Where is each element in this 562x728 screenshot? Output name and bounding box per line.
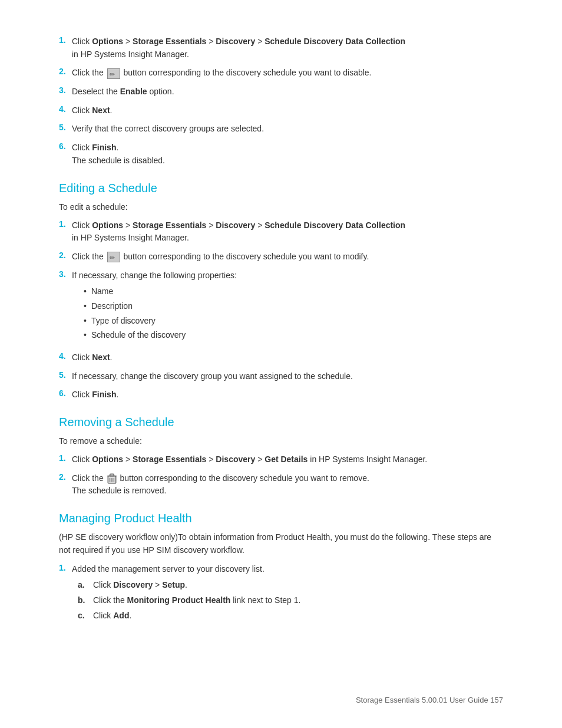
bold-text: Discovery	[216, 220, 255, 230]
bold-text: Storage Essentials	[133, 37, 206, 46]
list-item: 4. Click Next.	[59, 104, 503, 117]
list-content: Click Finish.	[72, 388, 503, 401]
list-number: 5.	[59, 123, 68, 136]
list-number: 1.	[59, 35, 68, 61]
trash-icon	[107, 473, 117, 484]
list-number: 6.	[59, 388, 68, 401]
footer-text: Storage Essentials 5.00.01 User Guide 15…	[356, 696, 503, 704]
bold-text: Finish	[92, 143, 116, 152]
list-item: 2. Click the button corresponding to the…	[59, 251, 503, 263]
alpha-label: a.	[78, 579, 90, 592]
list-content: Click the button corresponding to the di…	[72, 67, 503, 80]
sub-list-content: Click Discovery > Setup.	[93, 579, 187, 592]
edit-icon	[107, 252, 120, 262]
list-content: Click Next.	[72, 104, 503, 117]
properties-list: Name Description Type of discovery Sched…	[84, 285, 503, 342]
alpha-label: c.	[78, 610, 90, 622]
bold-text: Enable	[120, 87, 147, 96]
list-content: Click Finish. The schedule is disabled.	[72, 141, 503, 167]
list-item: 3. If necessary, change the following pr…	[59, 269, 503, 345]
list-content: Click Options > Storage Essentials > Dis…	[72, 35, 503, 61]
bold-text: Options	[92, 220, 123, 230]
bold-text: Monitoring Product Health	[127, 595, 231, 605]
bold-text: Next	[92, 353, 110, 362]
bold-text: Finish	[92, 390, 116, 399]
sub-list-content: Click the Monitoring Product Health link…	[93, 594, 300, 607]
list-content: If necessary, change the discovery group…	[72, 370, 503, 383]
managing-list: 1. Added the management server to your d…	[59, 563, 503, 626]
bullet-label: Name	[91, 285, 113, 298]
list-item: 6. Click Finish.	[59, 388, 503, 401]
bold-text: Setup	[162, 580, 185, 589]
list-content: Deselect the Enable option.	[72, 85, 503, 98]
list-content: Click Options > Storage Essentials > Dis…	[72, 219, 503, 245]
bold-text: Storage Essentials	[133, 454, 206, 464]
bold-text: Discovery	[113, 580, 153, 589]
bullet-item: Schedule of the discovery	[84, 329, 503, 342]
list-item: 2. Click the button corresponding to the…	[59, 472, 503, 498]
bold-text: Get Details	[265, 454, 308, 464]
bold-text: Storage Essentials	[133, 220, 206, 230]
edit-icon	[107, 68, 120, 79]
list-item: 1. Click Options > Storage Essentials > …	[59, 219, 503, 245]
bullet-item: Type of discovery	[84, 315, 503, 328]
list-number: 3.	[59, 85, 68, 98]
bold-text: Options	[92, 37, 123, 46]
sub-list-item: a. Click Discovery > Setup.	[78, 579, 503, 592]
list-number: 2.	[59, 67, 68, 80]
removing-list: 1. Click Options > Storage Essentials > …	[59, 453, 503, 498]
bold-text: Discovery	[216, 454, 255, 464]
bullet-label: Description	[91, 300, 133, 313]
list-number: 3.	[59, 269, 68, 345]
sub-alpha-list: a. Click Discovery > Setup. b. Click the…	[78, 579, 503, 622]
page-container: 1. Click Options > Storage Essentials > …	[0, 0, 562, 728]
removing-intro: To remove a schedule:	[59, 435, 503, 447]
list-item: 4. Click Next.	[59, 351, 503, 364]
managing-intro: (HP SE discovery workflow only)To obtain…	[59, 531, 503, 556]
list-number: 4.	[59, 351, 68, 364]
list-content: Click the button corresponding to the di…	[72, 251, 503, 263]
bold-text: Discovery	[216, 37, 255, 46]
list-number: 1.	[59, 219, 68, 245]
list-item: 5. Verify that the correct discovery gro…	[59, 123, 503, 136]
list-number: 1.	[59, 563, 68, 626]
list-content: Click Next.	[72, 351, 503, 364]
bold-text: Next	[92, 106, 110, 115]
list-number: 1.	[59, 453, 68, 466]
managing-product-health-heading: Managing Product Health	[59, 512, 503, 525]
bold-text: Options	[92, 454, 123, 464]
editing-list: 1. Click Options > Storage Essentials > …	[59, 219, 503, 402]
list-item: 1. Click Options > Storage Essentials > …	[59, 35, 503, 61]
list-item: 1. Click Options > Storage Essentials > …	[59, 453, 503, 466]
list-content: If necessary, change the following prope…	[72, 269, 503, 345]
bold-text: Add	[113, 611, 129, 620]
list-item: 3. Deselect the Enable option.	[59, 85, 503, 98]
list-item: 5. If necessary, change the discovery gr…	[59, 370, 503, 383]
bullet-label: Schedule of the discovery	[91, 329, 186, 342]
initial-list: 1. Click Options > Storage Essentials > …	[59, 35, 503, 167]
list-number: 6.	[59, 141, 68, 167]
removing-schedule-heading: Removing a Schedule	[59, 416, 503, 429]
list-content: Click Options > Storage Essentials > Dis…	[72, 453, 503, 466]
bullet-item: Name	[84, 285, 503, 298]
list-item: 1. Added the management server to your d…	[59, 563, 503, 626]
bold-text: Schedule Discovery Data Collection	[265, 220, 405, 230]
sub-list-item: c. Click Add.	[78, 610, 503, 622]
list-item: 2. Click the button corresponding to the…	[59, 67, 503, 80]
list-number: 2.	[59, 472, 68, 498]
list-content: Click the button corresponding to the di…	[72, 472, 503, 498]
bullet-item: Description	[84, 300, 503, 313]
alpha-label: b.	[78, 594, 90, 607]
editing-intro: To edit a schedule:	[59, 201, 503, 213]
list-number: 2.	[59, 251, 68, 263]
page-footer: Storage Essentials 5.00.01 User Guide 15…	[356, 696, 503, 704]
sub-list-item: b. Click the Monitoring Product Health l…	[78, 594, 503, 607]
sub-list-content: Click Add.	[93, 610, 131, 622]
list-content: Verify that the correct discovery groups…	[72, 123, 503, 136]
bullet-label: Type of discovery	[91, 315, 156, 328]
list-number: 5.	[59, 370, 68, 383]
bold-text: Schedule Discovery Data Collection	[265, 37, 405, 46]
editing-schedule-heading: Editing a Schedule	[59, 182, 503, 195]
list-content: Added the management server to your disc…	[72, 563, 503, 626]
list-item: 6. Click Finish. The schedule is disable…	[59, 141, 503, 167]
